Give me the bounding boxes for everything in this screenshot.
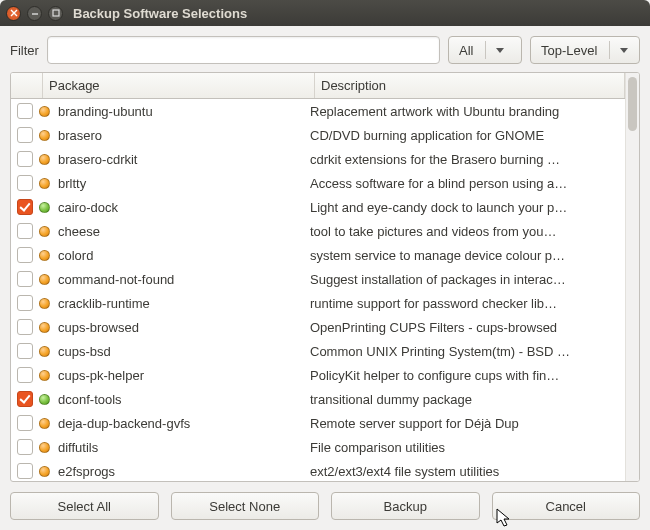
checkbox[interactable] [17, 103, 33, 119]
checkbox[interactable] [17, 343, 33, 359]
package-description: cdrkit extensions for the Brasero burnin… [310, 152, 619, 167]
checkbox[interactable] [17, 151, 33, 167]
checkbox[interactable] [17, 367, 33, 383]
package-name: brasero [58, 128, 310, 143]
select-all-button[interactable]: Select All [10, 492, 159, 520]
package-name: deja-dup-backend-gvfs [58, 416, 310, 431]
package-name: branding-ubuntu [58, 104, 310, 119]
table-row[interactable]: cairo-dockLight and eye-candy dock to la… [11, 195, 625, 219]
checkbox[interactable] [17, 319, 33, 335]
package-description: CD/DVD burning application for GNOME [310, 128, 619, 143]
titlebar: Backup Software Selections [0, 0, 650, 26]
scope-combo[interactable]: All [448, 36, 522, 64]
status-dot-icon [39, 298, 50, 309]
package-description: Access software for a blind person using… [310, 176, 619, 191]
button-bar: Select All Select None Backup Cancel [10, 482, 640, 530]
package-name: brasero-cdrkit [58, 152, 310, 167]
select-none-button[interactable]: Select None [171, 492, 320, 520]
maximize-icon[interactable] [48, 6, 63, 21]
column-header: Package Description [11, 73, 625, 99]
status-dot-icon [39, 202, 50, 213]
package-description: transitional dummy package [310, 392, 619, 407]
column-description[interactable]: Description [315, 73, 625, 98]
package-name: cups-pk-helper [58, 368, 310, 383]
package-name: cheese [58, 224, 310, 239]
checkbox[interactable] [17, 415, 33, 431]
package-description: runtime support for password checker lib… [310, 296, 619, 311]
table-row[interactable]: cups-bsdCommon UNIX Printing System(tm) … [11, 339, 625, 363]
table-row[interactable]: braseroCD/DVD burning application for GN… [11, 123, 625, 147]
checkbox[interactable] [17, 199, 33, 215]
chevron-down-icon [496, 48, 504, 53]
checkbox[interactable] [17, 391, 33, 407]
filter-label: Filter [10, 43, 39, 58]
package-name: cairo-dock [58, 200, 310, 215]
status-dot-icon [39, 250, 50, 261]
checkbox[interactable] [17, 175, 33, 191]
scrollbar-thumb[interactable] [628, 77, 637, 131]
table-row[interactable]: diffutilsFile comparison utilities [11, 435, 625, 459]
package-description: system service to manage device colour p… [310, 248, 619, 263]
minimize-icon[interactable] [27, 6, 42, 21]
table-row[interactable]: brlttyAccess software for a blind person… [11, 171, 625, 195]
package-description: ext2/ext3/ext4 file system utilities [310, 464, 619, 479]
table-row[interactable]: cups-pk-helperPolicyKit helper to config… [11, 363, 625, 387]
chevron-down-icon [620, 48, 628, 53]
table-row[interactable]: branding-ubuntuReplacement artwork with … [11, 99, 625, 123]
package-description: Common UNIX Printing System(tm) - BSD … [310, 344, 619, 359]
level-combo-label: Top-Level [541, 43, 597, 58]
status-dot-icon [39, 154, 50, 165]
status-dot-icon [39, 130, 50, 141]
status-dot-icon [39, 370, 50, 381]
checkbox[interactable] [17, 223, 33, 239]
package-description: tool to take pictures and videos from yo… [310, 224, 619, 239]
status-dot-icon [39, 178, 50, 189]
scope-combo-label: All [459, 43, 473, 58]
package-name: diffutils [58, 440, 310, 455]
level-combo[interactable]: Top-Level [530, 36, 640, 64]
package-description: Light and eye-candy dock to launch your … [310, 200, 619, 215]
table-row[interactable]: cups-browsedOpenPrinting CUPS Filters - … [11, 315, 625, 339]
package-description: PolicyKit helper to configure cups with … [310, 368, 619, 383]
status-dot-icon [39, 466, 50, 477]
package-name: cups-browsed [58, 320, 310, 335]
scrollbar[interactable] [625, 73, 639, 481]
checkbox[interactable] [17, 463, 33, 479]
cancel-button[interactable]: Cancel [492, 492, 641, 520]
status-dot-icon [39, 274, 50, 285]
table-row[interactable]: dconf-toolstransitional dummy package [11, 387, 625, 411]
package-name: dconf-tools [58, 392, 310, 407]
column-package[interactable]: Package [43, 73, 315, 98]
checkbox[interactable] [17, 247, 33, 263]
column-check[interactable] [11, 73, 43, 98]
filter-input[interactable] [47, 36, 440, 64]
table-row[interactable]: deja-dup-backend-gvfsRemote server suppo… [11, 411, 625, 435]
package-name: brltty [58, 176, 310, 191]
package-description: OpenPrinting CUPS Filters - cups-browsed [310, 320, 619, 335]
status-dot-icon [39, 226, 50, 237]
filter-bar: Filter All Top-Level [10, 36, 640, 64]
status-dot-icon [39, 418, 50, 429]
checkbox[interactable] [17, 271, 33, 287]
backup-button[interactable]: Backup [331, 492, 480, 520]
package-name: command-not-found [58, 272, 310, 287]
table-row[interactable]: colordsystem service to manage device co… [11, 243, 625, 267]
package-description: Replacement artwork with Ubuntu branding [310, 104, 619, 119]
table-row[interactable]: cracklib-runtimeruntime support for pass… [11, 291, 625, 315]
svg-rect-0 [53, 10, 59, 16]
checkbox[interactable] [17, 439, 33, 455]
checkbox[interactable] [17, 295, 33, 311]
status-dot-icon [39, 106, 50, 117]
package-list: Package Description branding-ubuntuRepla… [10, 72, 640, 482]
table-row[interactable]: brasero-cdrkitcdrkit extensions for the … [11, 147, 625, 171]
window-title: Backup Software Selections [73, 6, 247, 21]
table-row[interactable]: command-not-foundSuggest installation of… [11, 267, 625, 291]
status-dot-icon [39, 394, 50, 405]
table-row[interactable]: cheesetool to take pictures and videos f… [11, 219, 625, 243]
package-description: File comparison utilities [310, 440, 619, 455]
table-row[interactable]: e2fsprogsext2/ext3/ext4 file system util… [11, 459, 625, 481]
close-icon[interactable] [6, 6, 21, 21]
checkbox[interactable] [17, 127, 33, 143]
package-description: Remote server support for Déjà Dup [310, 416, 619, 431]
package-name: cups-bsd [58, 344, 310, 359]
